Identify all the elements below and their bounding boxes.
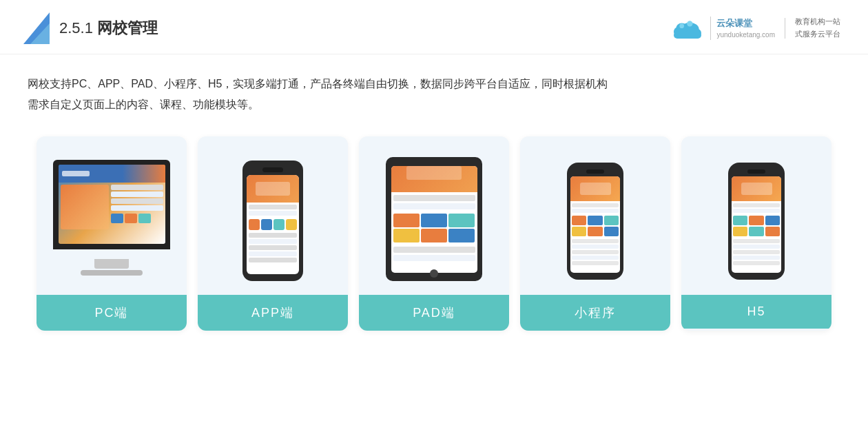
brand-tagline: 教育机构一站 式服务云平台 — [795, 16, 840, 40]
divider — [785, 18, 785, 39]
phone-icons-row — [249, 219, 297, 230]
logo-triangle-icon — [21, 12, 50, 44]
header: 2.5.1 网校管理 云朵课堂 yunduoketang.com — [0, 0, 868, 54]
card-pc-label: PC端 — [37, 295, 187, 331]
mini-icons — [572, 216, 619, 236]
header-left: 2.5.1 网校管理 — [21, 12, 158, 44]
cards-section: PC端 — [0, 123, 868, 351]
card-pad-label: PAD端 — [359, 295, 509, 331]
brand-logo: 云朵课堂 yunduoketang.com 教育机构一站 式服务云平台 — [670, 14, 840, 42]
card-h5-label: H5 — [681, 295, 831, 329]
pad-screen-top — [391, 166, 477, 192]
mini-phone-frame — [567, 163, 623, 280]
mini-phone-notch — [586, 169, 604, 174]
card-pad: PAD端 — [359, 136, 509, 331]
pc-monitor — [53, 160, 170, 249]
pad-screen — [391, 166, 477, 273]
pc-device — [53, 160, 170, 276]
svg-point-7 — [680, 23, 685, 28]
h5-phone-frame — [728, 163, 785, 280]
card-mini: 小程序 — [520, 136, 670, 331]
pad-device — [386, 157, 482, 281]
mini-device — [567, 163, 623, 280]
pc-screen — [59, 165, 165, 244]
cloud-icon — [670, 14, 705, 42]
card-pc: PC端 — [37, 136, 187, 331]
mini-phone-screen — [570, 176, 620, 273]
desc-line1: 网校支持PC、APP、PAD、小程序、H5，实现多端打通，产品各终端自由切换，数… — [28, 74, 840, 94]
card-mini-label: 小程序 — [520, 295, 670, 331]
svg-point-8 — [688, 21, 693, 26]
card-h5-image — [681, 136, 831, 295]
mini-phone-top — [570, 176, 620, 201]
card-app: APP端 — [198, 136, 348, 331]
phone-screen — [247, 175, 299, 274]
phone-screen-top — [247, 175, 299, 203]
card-h5: H5 — [681, 136, 831, 331]
pc-stand — [94, 259, 129, 269]
card-pad-image — [359, 136, 509, 295]
h5-phone-screen — [732, 176, 781, 273]
pc-base — [81, 270, 143, 276]
card-mini-image — [520, 136, 670, 295]
card-app-image — [198, 136, 348, 295]
card-app-label: APP端 — [198, 295, 348, 331]
pc-screen-banner — [59, 165, 165, 182]
pad-frame — [386, 157, 482, 281]
phone-frame — [242, 161, 303, 281]
pad-grid — [393, 214, 475, 242]
h5-icons — [733, 216, 780, 236]
brand-text: 云朵课堂 yunduoketang.com — [710, 17, 775, 41]
mini-phone-body — [570, 201, 620, 267]
phone-screen-body — [247, 203, 299, 265]
phone-notch — [262, 167, 283, 172]
card-pc-image — [37, 136, 187, 295]
desc-line2: 需求自定义页面上的内容、课程、功能模块等。 — [28, 94, 840, 115]
description: 网校支持PC、APP、PAD、小程序、H5，实现多端打通，产品各终端自由切换，数… — [0, 54, 868, 123]
page-title: 2.5.1 网校管理 — [59, 18, 158, 39]
pad-screen-body — [391, 192, 477, 264]
h5-phone-body — [732, 201, 781, 267]
pc-screen-rows — [61, 185, 163, 229]
h5-phone-notch — [747, 169, 765, 174]
h5-phone-top — [732, 176, 781, 201]
h5-device — [728, 163, 785, 280]
page-container: 2.5.1 网校管理 云朵课堂 yunduoketang.com — [0, 0, 868, 434]
svg-rect-6 — [674, 32, 701, 39]
pad-home-btn — [430, 269, 438, 278]
app-device — [242, 161, 303, 281]
